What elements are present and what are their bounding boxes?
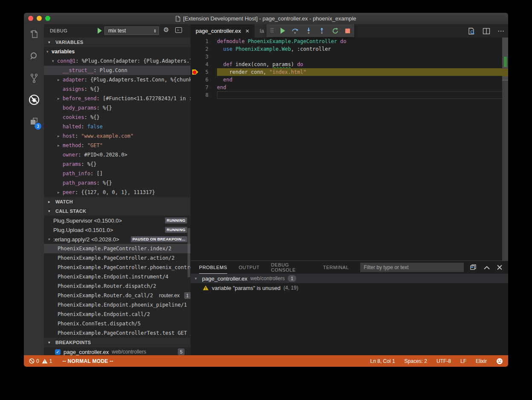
language-mode[interactable]: Elixir	[476, 358, 487, 364]
gutter[interactable]: 4	[191, 61, 217, 68]
split-editor-icon[interactable]	[483, 28, 490, 35]
problem-item[interactable]: variable "params" is unused (4, 19)	[191, 283, 508, 293]
twisty-collapsed-icon[interactable]: ▸	[58, 96, 63, 101]
overview-ruler[interactable]	[502, 38, 508, 261]
feedback-smiley-icon[interactable]	[496, 358, 503, 365]
variable-row[interactable]: __struct__: Plug.Conn	[44, 66, 191, 75]
variables-scope-row[interactable]: ▾variables	[44, 47, 191, 56]
close-panel-icon[interactable]	[497, 265, 502, 270]
call-stack-thread[interactable]: ▾:erlang.apply/2 <0.2028.0>PAUSED ON BRE…	[44, 235, 191, 244]
twisty-collapsed-icon[interactable]: ▸	[58, 190, 63, 194]
sidebar-scrollbar[interactable]	[188, 228, 190, 277]
warning-count[interactable]: 1	[42, 358, 52, 364]
zoom-window-button[interactable]	[45, 16, 50, 21]
call-stack-frame[interactable]: PhoenixExample.Endpoint.call/2	[44, 310, 191, 319]
panel-tab-problems[interactable]: PROBLEMS	[199, 261, 227, 274]
call-stack-thread[interactable]: Plug.Upload <0.1501.0>RUNNING	[44, 225, 191, 235]
breakpoint-paused-icon[interactable]	[192, 70, 198, 75]
call-stack-frame[interactable]: PhoenixExample.Router.do_call/2router.ex…	[44, 291, 191, 300]
variable-row[interactable]: body_params: %{}	[44, 103, 191, 113]
call-stack-frame[interactable]: Phoenix.ConnTest.dispatch/5	[44, 319, 191, 328]
gutter[interactable]: 7	[191, 84, 217, 91]
continue-button[interactable]	[280, 28, 285, 34]
twisty-collapsed-icon[interactable]: ▸	[58, 143, 63, 148]
variable-row[interactable]: assigns: %{}	[44, 84, 191, 94]
breakpoint-row[interactable]: ✓ page_controller.ex web/controllers 5	[44, 347, 191, 355]
code-line[interactable]: 6 end	[191, 76, 508, 84]
step-into-button[interactable]	[305, 27, 312, 34]
minimize-window-button[interactable]	[37, 16, 42, 21]
variable-row[interactable]: halted: false	[44, 122, 191, 131]
encoding[interactable]: UTF-8	[437, 358, 451, 364]
call-stack-frame[interactable]: PhoenixExample.PageController.phoenix_co…	[44, 263, 191, 272]
activity-debug[interactable]	[24, 93, 44, 106]
launch-config-dropdown[interactable]: mix test ▲▼	[104, 26, 159, 35]
call-stack-frame[interactable]: PhoenixExample.Endpoint.phoenix_pipeline…	[44, 300, 191, 310]
code-line[interactable]: 8	[191, 91, 508, 99]
code-line[interactable]: 4 def index(conn, params) do	[191, 61, 508, 68]
variable-row[interactable]: path_params: %{}	[44, 178, 191, 188]
code-line[interactable]: 5 render conn, "index.html"	[191, 68, 508, 76]
call-stack-section-header[interactable]: ▾ CALL STACK	[44, 206, 191, 216]
variable-row[interactable]: ▸host: "www.example.com"	[44, 131, 191, 141]
more-actions-icon[interactable]: ⋯	[497, 27, 505, 35]
start-debug-button[interactable]	[98, 28, 102, 34]
variable-row[interactable]: ▸adapter: {Plug.Adapters.Test.Conn, %{ch…	[44, 75, 191, 84]
call-stack-frame[interactable]: PhoenixExample.Router.dispatch/2	[44, 281, 191, 291]
toolbar-drag-handle[interactable]	[271, 28, 274, 33]
variable-row[interactable]: ▸method: "GET"	[44, 141, 191, 150]
variable-row[interactable]: owner: #PID<0.2028.0>	[44, 150, 191, 159]
stop-button[interactable]	[345, 29, 350, 33]
indentation[interactable]: Spaces: 2	[405, 358, 427, 364]
variable-row[interactable]: path_info: []	[44, 169, 191, 178]
variable-row[interactable]: ▸before_send: [#Function<11.67278243/1 i…	[44, 94, 191, 103]
activity-explorer[interactable]	[24, 28, 44, 41]
activity-search[interactable]	[24, 49, 44, 63]
tab-page-controller[interactable]: page_controller.ex ✕	[191, 24, 254, 38]
call-stack-frame[interactable]: PhoenixExample.PageController.action/2	[44, 253, 191, 263]
twisty-expanded-icon[interactable]: ▾	[46, 49, 52, 54]
twisty-expanded-icon[interactable]: ▾	[48, 237, 53, 241]
configure-gear-icon[interactable]: ⚙	[163, 26, 169, 34]
code-editor[interactable]: 1defmodule PhoenixExample.PageController…	[191, 38, 508, 261]
cursor-position[interactable]: Ln 8, Col 1	[370, 358, 395, 364]
breakpoint-checkbox[interactable]: ✓	[55, 349, 61, 355]
code-line[interactable]: 2 use PhoenixExample.Web, :controller	[191, 45, 508, 53]
code-line[interactable]: 7end	[191, 84, 508, 91]
gutter[interactable]: 5	[191, 68, 217, 76]
maximize-panel-icon[interactable]	[484, 266, 490, 270]
close-window-button[interactable]	[28, 16, 33, 21]
error-count[interactable]: 0	[29, 358, 39, 364]
call-stack-thread[interactable]: Plug.Supervisor <0.1500.0>RUNNING	[44, 216, 191, 225]
restart-button[interactable]	[332, 27, 339, 35]
variable-row[interactable]: ▾conn@1: %Plug.Conn{adapter: {Plug.Adapt…	[44, 56, 191, 66]
twisty-collapsed-icon[interactable]: ▸	[58, 78, 63, 82]
restore-panel-icon[interactable]	[470, 264, 477, 271]
variable-row[interactable]: ▸peer: {{127, 0, 0, 1}, 111317}	[44, 188, 191, 197]
debug-console-icon[interactable]: >	[175, 27, 182, 33]
activity-extensions[interactable]: 3	[24, 115, 44, 128]
twisty-expanded-icon[interactable]: ▾	[52, 59, 57, 63]
problems-file-group[interactable]: ▾ page_controller.ex web/controllers 1	[191, 274, 508, 283]
call-stack-frame[interactable]: PhoenixExample.PageControllerTest.test G…	[44, 328, 191, 338]
problems-filter-input[interactable]	[360, 263, 464, 272]
twisty-collapsed-icon[interactable]: ▸	[58, 134, 63, 138]
gutter[interactable]: 2	[191, 45, 217, 53]
call-stack-frame[interactable]: PhoenixExample.PageController.index/2	[44, 244, 191, 253]
variable-row[interactable]: cookies: %{}	[44, 113, 191, 122]
panel-tab-output[interactable]: OUTPUT	[239, 261, 260, 274]
activity-source-control[interactable]	[24, 71, 44, 84]
panel-tab-terminal[interactable]: TERMINAL	[323, 261, 349, 274]
gutter[interactable]: 6	[191, 76, 217, 84]
panel-tab-debug-console[interactable]: DEBUG CONSOLE	[271, 261, 312, 274]
close-tab-icon[interactable]: ✕	[245, 28, 249, 34]
variables-section-header[interactable]: ▾ VARIABLES	[44, 38, 191, 47]
step-over-button[interactable]	[292, 27, 299, 34]
gutter[interactable]: 1	[191, 38, 217, 45]
breakpoints-section-header[interactable]: ▾ BREAKPOINTS	[44, 338, 191, 347]
gutter[interactable]: 3	[191, 53, 217, 61]
call-stack-frame[interactable]: PhoenixExample.Endpoint.instrument/4	[44, 272, 191, 281]
code-line[interactable]: 3	[191, 53, 508, 61]
vim-mode-indicator[interactable]: -- NORMAL MODE --	[62, 358, 113, 364]
code-line[interactable]: 1defmodule PhoenixExample.PageController…	[191, 38, 508, 45]
